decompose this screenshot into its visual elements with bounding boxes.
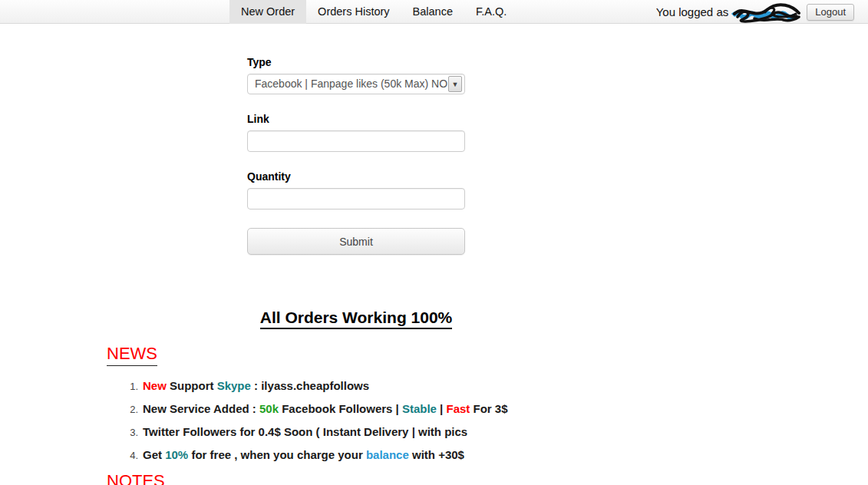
list-number: 4. [125, 450, 138, 461]
chevron-down-icon: ▼ [448, 76, 462, 92]
text-segment: Stable [402, 402, 437, 415]
text-segment: 10% [165, 448, 188, 461]
text-segment: Twitter Followers for 0.4$ Soon ( Instan… [143, 425, 467, 438]
balance-link[interactable]: balance [366, 448, 409, 461]
list-item-text: Get 10% for free , when you charge your … [143, 448, 464, 461]
type-label: Type [247, 56, 465, 68]
tab-orders-history[interactable]: Orders History [306, 0, 401, 24]
tab-new-order[interactable]: New Order [229, 0, 306, 24]
link-label: Link [247, 113, 465, 125]
announcement-title: All Orders Working 100% [0, 308, 712, 329]
notes-heading: NOTES [107, 471, 712, 485]
text-segment: Facebook Followers | [279, 402, 402, 415]
tab-faq[interactable]: F.A.Q. [464, 0, 518, 24]
list-number: 3. [125, 427, 138, 438]
list-item: 4.Get 10% for free , when you charge you… [125, 448, 712, 461]
text-segment: For 3$ [470, 402, 507, 415]
list-item-text: New Support Skype : ilyass.cheapfollows [143, 379, 369, 392]
main-content: Type Facebook | Fanpage likes (50k Max) … [0, 56, 712, 485]
type-select-value: Facebook | Fanpage likes (50k Max) NO [255, 78, 447, 90]
list-number: 1. [125, 381, 138, 392]
list-item: 2.New Service Added : 50k Facebook Follo… [125, 402, 712, 415]
nav-tabs: New Order Orders History Balance F.A.Q. [229, 0, 518, 24]
nav-right-group: You logged as Logout [656, 0, 854, 24]
top-navbar: New Order Orders History Balance F.A.Q. … [0, 0, 868, 24]
text-segment: Fast [447, 402, 470, 415]
news-heading: NEWS [107, 344, 712, 366]
scribbled-username[interactable] [731, 3, 802, 26]
list-item: 3.Twitter Followers for 0.4$ Soon ( Inst… [125, 425, 712, 438]
text-segment: Support [170, 379, 217, 392]
quantity-input[interactable] [247, 188, 465, 210]
text-segment: with +30$ [409, 448, 464, 461]
text-segment: for free , when you charge your [188, 448, 366, 461]
link-input[interactable] [247, 130, 465, 152]
new-order-form: Type Facebook | Fanpage likes (50k Max) … [247, 56, 465, 255]
list-item-text: Twitter Followers for 0.4$ Soon ( Instan… [143, 425, 467, 438]
text-segment: : ilyass.cheapfollows [251, 379, 369, 392]
submit-button[interactable]: Submit [247, 228, 465, 255]
list-number: 2. [125, 404, 138, 415]
quantity-label: Quantity [247, 170, 465, 183]
logout-button[interactable]: Logout [807, 4, 854, 21]
text-segment: | [437, 402, 447, 415]
text-segment: New [143, 379, 170, 392]
text-segment: New Service Added : [143, 402, 259, 415]
type-select[interactable]: Facebook | Fanpage likes (50k Max) NO ▼ [247, 74, 465, 94]
text-segment: 50k [259, 402, 279, 415]
news-list: 1.New Support Skype : ilyass.cheapfollow… [125, 379, 712, 461]
text-segment: Get [143, 448, 165, 461]
list-item: 1.New Support Skype : ilyass.cheapfollow… [125, 379, 712, 392]
tab-balance[interactable]: Balance [401, 0, 464, 24]
logged-as-text: You logged as [656, 5, 729, 18]
text-segment: Skype [217, 379, 251, 392]
list-item-text: New Service Added : 50k Facebook Followe… [143, 402, 508, 415]
